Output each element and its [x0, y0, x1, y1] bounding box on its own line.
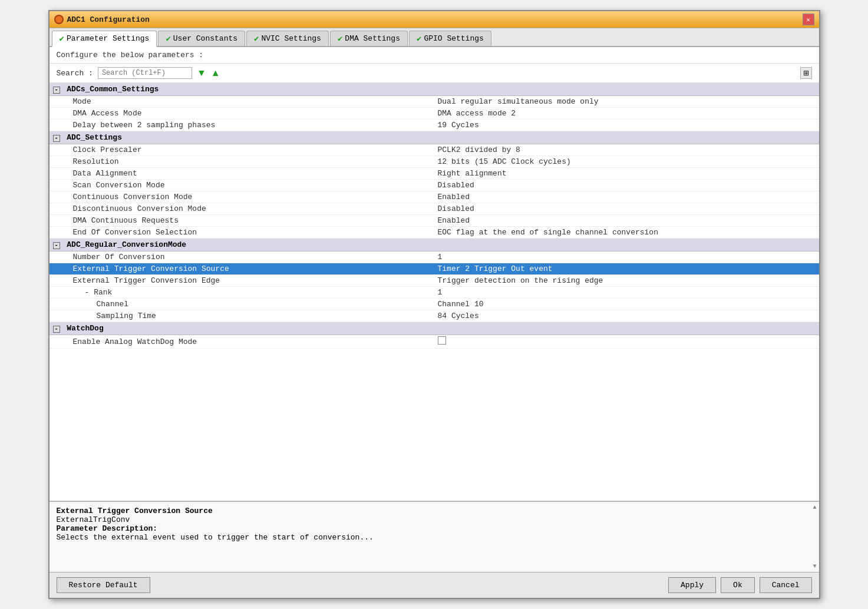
param-value: DMA access mode 2: [434, 108, 819, 120]
section-name: ADC_Regular_ConversionMode: [67, 240, 186, 249]
rank-value: 1: [434, 287, 819, 299]
param-value: Channel 10: [434, 299, 819, 310]
param-value: [434, 335, 819, 349]
title-bar: ADC1 Configuration ✕: [49, 11, 819, 28]
param-name: Clock Prescaler: [49, 144, 434, 156]
param-row[interactable]: Channel Channel 10: [49, 299, 819, 310]
tab-check-icon: ✔: [417, 34, 421, 44]
param-row-selected[interactable]: External Trigger Conversion Source Timer…: [49, 263, 819, 275]
tab-label: NVIC Settings: [261, 34, 321, 43]
info-desc-title: Parameter Description:: [57, 524, 812, 533]
restore-default-button[interactable]: Restore Default: [57, 577, 150, 593]
search-next-button[interactable]: ▼: [197, 68, 206, 78]
tab-dma-settings[interactable]: ✔ DMA Settings: [330, 31, 408, 46]
content-area: Configure the below parameters : Search …: [49, 47, 819, 572]
close-button[interactable]: ✕: [803, 14, 814, 25]
param-name: Sampling Time: [49, 310, 434, 322]
rank-name: Rank: [94, 288, 112, 297]
param-value: EOC flag at the end of single channel co…: [434, 227, 819, 239]
content-header: Configure the below parameters :: [49, 47, 819, 64]
param-row[interactable]: Resolution 12 bits (15 ADC Clock cycles): [49, 156, 819, 168]
section-watchdog: - WatchDog: [49, 322, 819, 335]
param-value: Disabled: [434, 180, 819, 191]
ok-button[interactable]: Ok: [721, 577, 755, 593]
tab-nvic-settings[interactable]: ✔ NVIC Settings: [246, 31, 329, 46]
info-panel: ▲ External Trigger Conversion Source Ext…: [49, 501, 819, 572]
tab-check-icon: ✔: [60, 34, 64, 44]
param-row[interactable]: Delay between 2 sampling phases 19 Cycle…: [49, 120, 819, 131]
scroll-up-icon[interactable]: ▲: [813, 504, 816, 511]
param-name: DMA Continuous Requests: [49, 215, 434, 227]
param-value: Trigger detection on the rising edge: [434, 275, 819, 287]
param-value: Enabled: [434, 215, 819, 227]
params-table-inner: - ADCs_Common_Settings Mode Dual regular…: [49, 83, 819, 349]
window-title: ADC1 Configuration: [67, 15, 150, 24]
param-row[interactable]: Clock Prescaler PCLK2 divided by 8: [49, 144, 819, 156]
tab-user-constants[interactable]: ✔ User Constants: [158, 31, 245, 46]
collapse-icon[interactable]: -: [53, 135, 60, 142]
param-row[interactable]: Data Alignment Right alignment: [49, 168, 819, 180]
title-bar-left: ADC1 Configuration: [54, 15, 150, 24]
info-title: External Trigger Conversion Source: [57, 507, 812, 515]
title-bar-right: ✕: [803, 14, 814, 25]
tab-check-icon: ✔: [166, 34, 170, 44]
param-name: DMA Access Mode: [49, 108, 434, 120]
param-value: 19 Cycles: [434, 120, 819, 131]
param-name: Discontinuous Conversion Mode: [49, 203, 434, 215]
params-table: - ADCs_Common_Settings Mode Dual regular…: [49, 83, 819, 501]
section-adc-settings: - ADC_Settings: [49, 131, 819, 144]
param-value: Right alignment: [434, 168, 819, 180]
tabs-container: ✔ Parameter Settings ✔ User Constants ✔ …: [49, 28, 819, 47]
scroll-down-icon[interactable]: ▼: [813, 563, 816, 570]
header-description: Configure the below parameters :: [57, 51, 204, 59]
search-bar: Search : ▼ ▲ ⊞: [49, 64, 819, 83]
tab-parameter-settings[interactable]: ✔ Parameter Settings: [52, 31, 157, 47]
param-row[interactable]: End Of Conversion Selection EOC flag at …: [49, 227, 819, 239]
param-name: Enable Analog WatchDog Mode: [49, 335, 434, 349]
param-name: Continuous Conversion Mode: [49, 191, 434, 203]
bottom-bar: Restore Default Apply Ok Cancel: [49, 572, 819, 598]
section-adc-regular: - ADC_Regular_ConversionMode: [49, 239, 819, 251]
collapse-icon[interactable]: -: [53, 242, 60, 249]
search-prev-button[interactable]: ▲: [211, 68, 220, 78]
param-row[interactable]: DMA Continuous Requests Enabled: [49, 215, 819, 227]
param-row[interactable]: Discontinuous Conversion Mode Disabled: [49, 203, 819, 215]
param-value: 84 Cycles: [434, 310, 819, 322]
param-value: Timer 2 Trigger Out event: [434, 263, 819, 275]
collapse-icon[interactable]: -: [53, 326, 60, 333]
section-name: ADCs_Common_Settings: [67, 85, 159, 94]
watchdog-checkbox[interactable]: [438, 336, 446, 345]
param-value: PCLK2 divided by 8: [434, 144, 819, 156]
search-label: Search :: [57, 69, 93, 78]
param-row[interactable]: Mode Dual regular simultaneous mode only: [49, 96, 819, 108]
apply-button[interactable]: Apply: [668, 577, 716, 593]
param-value: Enabled: [434, 191, 819, 203]
param-row[interactable]: External Trigger Conversion Edge Trigger…: [49, 275, 819, 287]
param-row[interactable]: Continuous Conversion Mode Enabled: [49, 191, 819, 203]
param-name: External Trigger Conversion Edge: [49, 275, 434, 287]
param-row[interactable]: Scan Conversion Mode Disabled: [49, 180, 819, 191]
grid-view-button[interactable]: ⊞: [800, 67, 812, 79]
adc-icon: [54, 15, 64, 24]
param-value: Disabled: [434, 203, 819, 215]
rank-row[interactable]: - Rank 1: [49, 287, 819, 299]
param-name: Channel: [49, 299, 434, 310]
param-row[interactable]: Number Of Conversion 1: [49, 251, 819, 263]
collapse-icon[interactable]: -: [85, 288, 90, 297]
param-row[interactable]: DMA Access Mode DMA access mode 2: [49, 108, 819, 120]
tab-gpio-settings[interactable]: ✔ GPIO Settings: [409, 31, 491, 46]
search-input[interactable]: [98, 67, 192, 79]
param-value: Dual regular simultaneous mode only: [434, 96, 819, 108]
collapse-icon[interactable]: -: [53, 87, 60, 94]
rank-label: - Rank: [49, 287, 434, 299]
info-subtitle: ExternalTrigConv: [57, 515, 812, 524]
cancel-button[interactable]: Cancel: [760, 577, 812, 593]
tab-label: User Constants: [173, 34, 237, 43]
param-value: 12 bits (15 ADC Clock cycles): [434, 156, 819, 168]
tab-label: Parameter Settings: [67, 34, 149, 43]
param-name: Number Of Conversion: [49, 251, 434, 263]
tab-check-icon: ✔: [254, 34, 259, 44]
param-value: 1: [434, 251, 819, 263]
param-row[interactable]: Sampling Time 84 Cycles: [49, 310, 819, 322]
param-row[interactable]: Enable Analog WatchDog Mode: [49, 335, 819, 349]
